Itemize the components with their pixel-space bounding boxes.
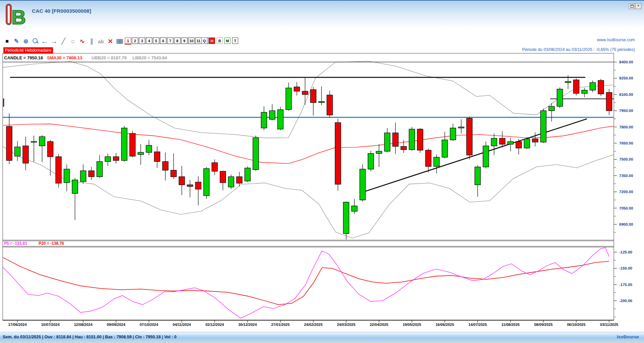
- status-ohlc-text: Sem. du 03/11/2025 | Ouv : 8118.84 | Hau…: [3, 335, 176, 339]
- legend-p20: P20 = -138.76: [39, 241, 64, 246]
- svg-text:-125.00: -125.00: [619, 250, 632, 254]
- svg-text:24/02/2025: 24/02/2025: [304, 323, 322, 327]
- status-bar: Sem. du 03/11/2025 | Ouv : 8118.84 | Hau…: [0, 332, 644, 342]
- svg-text:8400.00: 8400.00: [619, 60, 633, 64]
- legend-candle: CANDLE = 7950.18: [4, 55, 43, 60]
- svg-text:27/01/2025: 27/01/2025: [271, 323, 289, 327]
- legend-sma30: SMA30 = 7808.13: [47, 55, 82, 60]
- svg-text:22/04/2025: 22/04/2025: [370, 323, 388, 327]
- svg-text:7650.00: 7650.00: [619, 141, 633, 145]
- svg-text:14/07/2025: 14/07/2025: [468, 323, 487, 327]
- svg-text:04/11/2024: 04/11/2024: [173, 323, 191, 327]
- svg-text:7350.00: 7350.00: [619, 174, 633, 178]
- svg-text:7500.00: 7500.00: [619, 157, 633, 161]
- svg-text:6900.00: 6900.00: [619, 222, 633, 226]
- svg-text:8250.00: 8250.00: [619, 76, 633, 80]
- svg-text:7950.00: 7950.00: [619, 109, 633, 113]
- legend-lbb20: LBB20 = 7543.64: [132, 55, 167, 60]
- svg-text:15/07/2024: 15/07/2024: [41, 323, 60, 327]
- legend-ubb20: UBB20 = 8187.79: [92, 55, 126, 60]
- svg-text:7200.00: 7200.00: [619, 190, 633, 194]
- svg-text:16/06/2025: 16/06/2025: [435, 323, 454, 327]
- svg-text:08/09/2025: 08/09/2025: [534, 323, 552, 327]
- svg-text:19/05/2025: 19/05/2025: [402, 323, 421, 327]
- svg-text:12/08/2024: 12/08/2024: [74, 323, 93, 327]
- svg-text:11/08/2025: 11/08/2025: [501, 323, 520, 327]
- svg-text:-175.00: -175.00: [619, 283, 632, 287]
- svg-text:17/06/2024: 17/06/2024: [8, 323, 27, 327]
- svg-text:8100.00: 8100.00: [619, 93, 633, 97]
- svg-text:03/11/2025: 03/11/2025: [600, 323, 618, 327]
- svg-text:09/09/2024: 09/09/2024: [107, 323, 125, 327]
- svg-text:-200.00: -200.00: [619, 299, 632, 303]
- svg-text:06/10/2025: 06/10/2025: [567, 323, 585, 327]
- svg-text:02/12/2024: 02/12/2024: [205, 323, 224, 327]
- legend-p5: P5 = -131.81: [4, 241, 27, 246]
- brand-label: IsoBourse: [617, 334, 639, 339]
- svg-text:-150.00: -150.00: [619, 266, 632, 270]
- isobourse-window: B CAC 40 [FR0003500008] ✕ ■✎⊕←→╱○∿∥ab×∴ …: [0, 0, 644, 343]
- svg-text:07/10/2024: 07/10/2024: [140, 323, 158, 327]
- svg-text:24/03/2025: 24/03/2025: [337, 323, 355, 327]
- svg-text:7800.00: 7800.00: [619, 125, 633, 129]
- svg-text:30/12/2024: 30/12/2024: [238, 323, 257, 327]
- price-chart-svg[interactable]: 8400.008250.008100.007950.007800.007650.…: [0, 1, 644, 343]
- svg-text:7050.00: 7050.00: [619, 206, 633, 210]
